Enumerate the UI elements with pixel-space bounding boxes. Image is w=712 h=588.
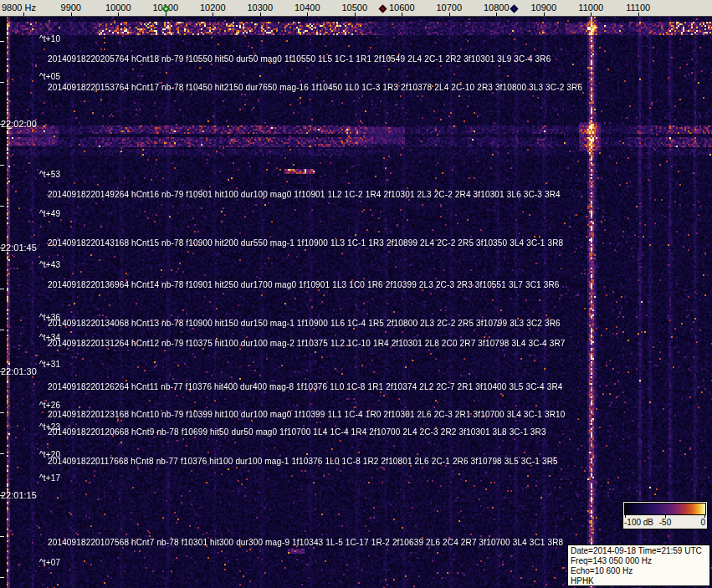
echo-time-marker: ^t+53	[39, 170, 60, 179]
detection-log-line: 20140918220153764 hCnt17 nb-78 f10450 hi…	[48, 83, 582, 92]
time-tick-mark	[0, 248, 4, 248]
freq-tick-mark	[496, 13, 497, 16]
colorbar-mid-label: -50	[659, 518, 671, 527]
colorbar-min-label: -100 dB	[624, 518, 653, 527]
echo-time-marker: ^t+10	[39, 34, 60, 43]
time-tick-mark	[0, 330, 4, 330]
freq-tick-mark	[355, 13, 356, 16]
time-axis-label: 22:01:30	[1, 366, 37, 376]
time-tick-mark	[0, 536, 4, 537]
detection-log-line: 20140918220120668 hCnt9 nb-78 f10699 hit…	[48, 427, 546, 437]
freq-tick-label: 10400	[295, 3, 320, 13]
detection-log-line: 20140918220131264 hCnt12 nb-79 f10375 hi…	[48, 339, 565, 348]
time-tick-mark	[0, 453, 4, 454]
detection-log-line: 20140918220107568 hCnt7 nb-78 f10301 hit…	[48, 538, 563, 547]
time-tick-mark	[0, 495, 4, 496]
red-marker-diamond[interactable]	[378, 5, 387, 13]
freq-tick-label: 11000	[578, 3, 603, 13]
time-tick-mark	[0, 412, 4, 413]
time-tick-mark	[0, 41, 4, 42]
echo-time-marker: ^t+31	[39, 360, 60, 369]
time-axis-label: 22:02:00	[1, 119, 37, 129]
info-line-frequency: Freq=143 050 000 Hz	[571, 556, 707, 566]
detection-log-line: 20140918220117668 hCnt8 nb-77 f10376 hit…	[48, 457, 558, 466]
detection-log-line: 20140918220136964 hCnt14 nb-78 f10901 hi…	[48, 280, 560, 289]
detection-log-line: 20140918220149264 hCnt16 nb-79 f10901 hi…	[48, 190, 561, 199]
status-info-box: Date=2014-09-18 Time=21:59 UTC Freq=143 …	[567, 545, 710, 586]
freq-tick-mark	[449, 13, 450, 16]
time-tick-mark	[0, 124, 4, 125]
freq-tick-label: 10300	[247, 3, 273, 13]
info-line-station: HPHK	[571, 576, 707, 586]
echo-time-marker: ^t+26	[39, 401, 60, 410]
freq-tick-label: 10200	[200, 3, 226, 13]
freq-tick-mark	[260, 13, 261, 16]
freq-tick-label: 10600	[389, 3, 415, 13]
colorbar: -100 dB -50 0	[622, 501, 708, 529]
info-line-date-time: Date=2014-09-18 Time=21:59 UTC	[571, 546, 707, 556]
frequency-axis: 9800 Hz990010000101001020010300104001050…	[0, 0, 712, 17]
freq-tick-label: 10800	[484, 3, 510, 13]
echo-time-marker: ^t+05	[39, 72, 60, 81]
freq-tick-mark	[118, 13, 119, 16]
echo-time-marker: ^t+07	[39, 558, 60, 567]
freq-tick-mark	[591, 13, 592, 16]
freq-tick-mark	[71, 13, 72, 16]
echo-time-marker: ^t+43	[39, 260, 60, 269]
freq-tick-label: 10900	[530, 3, 556, 13]
freq-tick-label: 9800 Hz	[2, 3, 36, 13]
detection-log-line: 20140918220123168 hCnt10 nb-79 f10399 hi…	[48, 410, 565, 419]
freq-tick-mark	[307, 13, 308, 16]
time-tick-mark	[0, 577, 4, 578]
freq-tick-label: 10000	[105, 3, 131, 13]
freq-tick-label: 11100	[626, 3, 650, 13]
time-tick-mark	[0, 371, 4, 372]
detection-log-line: 20140918220205764 hCnt18 nb-79 f10550 hi…	[48, 54, 551, 64]
time-tick-mark	[0, 165, 4, 166]
detection-log-line: 20140918220134068 hCnt13 nb-78 f10900 hi…	[48, 319, 561, 328]
time-axis-label: 22:01:45	[1, 243, 37, 253]
echo-time-marker: ^t+49	[39, 209, 60, 218]
freq-tick-mark	[402, 13, 402, 16]
detection-log-line: 20140918220126264 hCnt11 nb-77 f10376 hi…	[48, 382, 563, 391]
freq-tick-mark	[544, 13, 545, 16]
colorbar-gradient	[624, 503, 706, 515]
colorbar-labels: -100 dB -50 0	[624, 518, 706, 528]
spectrogram-app-window: 9800 Hz990010000101001020010300104001050…	[0, 0, 712, 588]
detection-log-line: 20140918220143168 hCnt15 nb-78 f10900 hi…	[48, 238, 563, 248]
freq-tick-label: 10700	[436, 3, 462, 13]
freq-tick-mark	[213, 13, 213, 16]
freq-tick-label: 9900	[61, 3, 81, 13]
colorbar-max-label: 0	[700, 518, 705, 527]
time-tick-mark	[0, 206, 4, 207]
time-tick-mark	[0, 289, 4, 289]
blue-marker-diamond[interactable]	[510, 5, 518, 13]
echo-time-marker: ^t+17	[39, 473, 60, 483]
freq-tick-mark	[23, 13, 24, 16]
time-axis-label: 22:01:15	[1, 490, 37, 500]
freq-tick-mark	[638, 13, 639, 16]
freq-tick-label: 10500	[341, 3, 367, 13]
time-tick-mark	[0, 82, 4, 83]
info-line-echo: Echo=10 600 Hz	[571, 566, 707, 576]
